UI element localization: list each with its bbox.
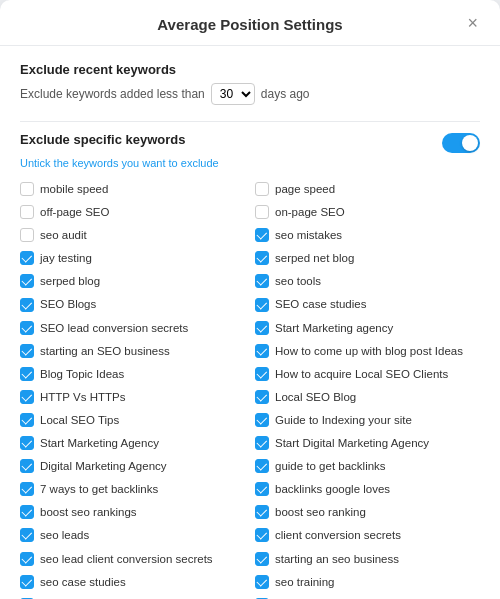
keyword-item: seo mistakes xyxy=(255,225,480,245)
keyword-checkbox[interactable] xyxy=(20,552,34,566)
keyword-checkbox[interactable] xyxy=(20,459,34,473)
keyword-checkbox[interactable] xyxy=(20,390,34,404)
keyword-label: SEO lead conversion secrets xyxy=(40,320,188,336)
keyword-item: seo tutorials xyxy=(20,595,245,599)
keyword-checkbox[interactable] xyxy=(20,367,34,381)
keyword-item: starting an seo business xyxy=(255,549,480,569)
keyword-checkbox[interactable] xyxy=(20,436,34,450)
keyword-label: Start Marketing agency xyxy=(275,320,393,336)
keyword-label: starting an SEO business xyxy=(40,343,170,359)
keyword-item: seo case studies xyxy=(20,572,245,592)
keyword-label: backlinks google loves xyxy=(275,481,390,497)
days-suffix: days ago xyxy=(261,87,310,101)
keyword-checkbox[interactable] xyxy=(20,205,34,219)
keyword-checkbox[interactable] xyxy=(255,552,269,566)
keyword-item: on-page SEO xyxy=(255,202,480,222)
exclude-specific-toggle[interactable] xyxy=(442,133,480,153)
keyword-item: page speed xyxy=(255,179,480,199)
keyword-label: Digital Marketing Agency xyxy=(40,458,167,474)
keyword-label: Blog Topic Ideas xyxy=(40,366,124,382)
keyword-item: SEO lead conversion secrets xyxy=(20,318,245,338)
keyword-item: Guide to Indexing your site xyxy=(255,410,480,430)
keyword-checkbox[interactable] xyxy=(255,344,269,358)
keyword-checkbox[interactable] xyxy=(255,228,269,242)
keyword-item: serped blog xyxy=(20,271,245,291)
keyword-label: boost seo ranking xyxy=(275,504,366,520)
close-button[interactable]: × xyxy=(461,12,484,34)
keyword-checkbox[interactable] xyxy=(20,251,34,265)
keyword-checkbox[interactable] xyxy=(20,413,34,427)
keyword-label: HTTP Vs HTTPs xyxy=(40,389,125,405)
dialog-body: Exclude recent keywords Exclude keywords… xyxy=(0,46,500,599)
keyword-label: seo lead client conversion secrets xyxy=(40,551,213,567)
keyword-item: How to come up with blog post Ideas xyxy=(255,341,480,361)
keyword-label: boost seo rankings xyxy=(40,504,137,520)
keyword-checkbox[interactable] xyxy=(255,205,269,219)
keyword-checkbox[interactable] xyxy=(255,182,269,196)
keyword-checkbox[interactable] xyxy=(255,298,269,312)
keyword-checkbox[interactable] xyxy=(20,505,34,519)
keyword-checkbox[interactable] xyxy=(255,575,269,589)
keyword-checkbox[interactable] xyxy=(255,505,269,519)
toggle-knob xyxy=(462,135,478,151)
keyword-item: 7 ways to get backlinks xyxy=(20,479,245,499)
days-select[interactable]: 30 7 14 60 90 xyxy=(211,83,255,105)
keyword-item: Local SEO Blog xyxy=(255,387,480,407)
keyword-checkbox[interactable] xyxy=(255,274,269,288)
dialog-title: Average Position Settings xyxy=(157,16,342,33)
keyword-label: seo case studies xyxy=(40,574,126,590)
exclude-specific-title: Exclude specific keywords xyxy=(20,132,185,147)
keyword-label: Start Marketing Agency xyxy=(40,435,159,451)
keyword-item: client conversion secrets xyxy=(255,525,480,545)
keyword-item: Start Digital Marketing Agency xyxy=(255,433,480,453)
keyword-label: mobile speed xyxy=(40,181,108,197)
keyword-item: Digital Marketing Agency xyxy=(20,456,245,476)
keyword-label: off-page SEO xyxy=(40,204,109,220)
keyword-checkbox[interactable] xyxy=(20,228,34,242)
keyword-label: Guide to Indexing your site xyxy=(275,412,412,428)
keyword-item: How to acquire Local SEO Clients xyxy=(255,364,480,384)
keyword-item: serped net blog xyxy=(255,248,480,268)
keyword-label: on-page SEO xyxy=(275,204,345,220)
keyword-item: seo blog xyxy=(255,595,480,599)
keyword-label: jay testing xyxy=(40,250,92,266)
keyword-checkbox[interactable] xyxy=(255,436,269,450)
keyword-checkbox[interactable] xyxy=(255,251,269,265)
keyword-item: jay testing xyxy=(20,248,245,268)
keyword-label: starting an seo business xyxy=(275,551,399,567)
keyword-label: 7 ways to get backlinks xyxy=(40,481,158,497)
keyword-item: Local SEO Tips xyxy=(20,410,245,430)
keyword-label: How to come up with blog post Ideas xyxy=(275,343,463,359)
exclude-specific-hint: Untick the keywords you want to exclude xyxy=(20,157,480,169)
keyword-item: boost seo ranking xyxy=(255,502,480,522)
keyword-checkbox[interactable] xyxy=(20,321,34,335)
keyword-label: seo training xyxy=(275,574,334,590)
keyword-checkbox[interactable] xyxy=(20,528,34,542)
keyword-checkbox[interactable] xyxy=(255,459,269,473)
keyword-checkbox[interactable] xyxy=(20,482,34,496)
keyword-checkbox[interactable] xyxy=(255,321,269,335)
keyword-label: seo leads xyxy=(40,527,89,543)
keyword-item: Start Marketing Agency xyxy=(20,433,245,453)
keyword-item: guide to get backlinks xyxy=(255,456,480,476)
exclude-specific-header: Exclude specific keywords xyxy=(20,132,480,153)
keyword-checkbox[interactable] xyxy=(255,482,269,496)
keyword-label: SEO Blogs xyxy=(40,296,96,312)
keyword-checkbox[interactable] xyxy=(20,575,34,589)
keyword-label: guide to get backlinks xyxy=(275,458,386,474)
keyword-checkbox[interactable] xyxy=(255,390,269,404)
keyword-item: Start Marketing agency xyxy=(255,318,480,338)
keyword-label: Start Digital Marketing Agency xyxy=(275,435,429,451)
keyword-checkbox[interactable] xyxy=(20,182,34,196)
keyword-checkbox[interactable] xyxy=(255,367,269,381)
keyword-label: serped net blog xyxy=(275,250,354,266)
keywords-grid: mobile speedpage speedoff-page SEOon-pag… xyxy=(20,179,480,599)
exclude-recent-title: Exclude recent keywords xyxy=(20,62,480,77)
keyword-checkbox[interactable] xyxy=(255,528,269,542)
keyword-checkbox[interactable] xyxy=(20,274,34,288)
keyword-label: How to acquire Local SEO Clients xyxy=(275,366,448,382)
keyword-checkbox[interactable] xyxy=(255,413,269,427)
keyword-item: seo training xyxy=(255,572,480,592)
keyword-checkbox[interactable] xyxy=(20,298,34,312)
keyword-checkbox[interactable] xyxy=(20,344,34,358)
